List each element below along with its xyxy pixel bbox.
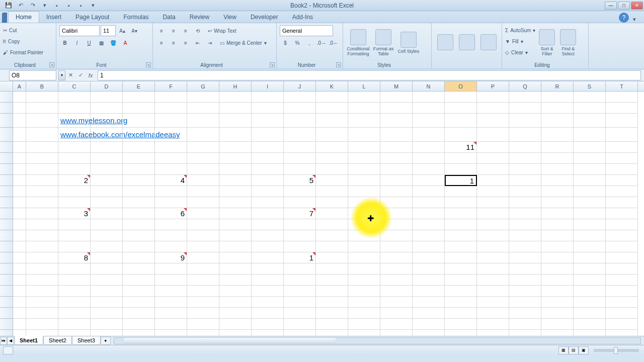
- orientation-button[interactable]: ⟲: [192, 25, 203, 36]
- close-button[interactable]: ✕: [631, 2, 643, 10]
- cell-O10[interactable]: [445, 197, 477, 208]
- cell-L3[interactable]: [348, 114, 380, 128]
- cell-P20[interactable]: [477, 308, 509, 319]
- cell-F9[interactable]: [155, 186, 187, 197]
- cell-A11[interactable]: [13, 208, 26, 219]
- cell-R5[interactable]: [541, 142, 574, 153]
- cell-F16[interactable]: [155, 263, 187, 275]
- cell-O22[interactable]: [445, 330, 477, 336]
- cell-P7[interactable]: [477, 164, 509, 175]
- cell-M1[interactable]: [380, 92, 413, 103]
- cell-L4[interactable]: [348, 128, 380, 142]
- cancel-icon[interactable]: ✕: [65, 70, 75, 80]
- cell-P16[interactable]: [477, 263, 509, 275]
- cell-O4[interactable]: [445, 128, 477, 142]
- cell-F3[interactable]: [155, 114, 187, 128]
- cell-M20[interactable]: [380, 308, 413, 319]
- cell-O3[interactable]: [445, 114, 477, 128]
- column-header-E[interactable]: E: [123, 81, 155, 91]
- row-header[interactable]: [0, 164, 13, 175]
- column-header-Q[interactable]: Q: [509, 81, 541, 91]
- tab-addins[interactable]: Add-Ins: [285, 12, 320, 23]
- cell-N7[interactable]: [413, 164, 445, 175]
- cell-O17[interactable]: [445, 275, 477, 286]
- cell-D12[interactable]: [91, 219, 123, 230]
- cell-L9[interactable]: [348, 186, 380, 197]
- cell-Q3[interactable]: [509, 114, 541, 128]
- bold-button[interactable]: B: [59, 37, 70, 48]
- cell-G14[interactable]: [187, 241, 219, 252]
- cell-I12[interactable]: [252, 219, 284, 230]
- cell-H9[interactable]: [219, 186, 252, 197]
- cell-R7[interactable]: [541, 164, 574, 175]
- cell-M6[interactable]: [380, 153, 413, 164]
- cell-K5[interactable]: [316, 142, 348, 153]
- cell-H21[interactable]: [219, 319, 252, 330]
- cell-D11[interactable]: [91, 208, 123, 219]
- cell-G13[interactable]: [187, 230, 219, 241]
- cell-L19[interactable]: [348, 297, 380, 308]
- clear-button[interactable]: ◇Clear▾: [505, 47, 535, 57]
- cell-Q8[interactable]: [509, 175, 541, 186]
- cell-S20[interactable]: [574, 308, 606, 319]
- office-button[interactable]: [2, 13, 7, 23]
- cell-J6[interactable]: [284, 153, 316, 164]
- cell-T17[interactable]: [606, 275, 638, 286]
- cell-A6[interactable]: [13, 153, 26, 164]
- cell-N4[interactable]: [413, 128, 445, 142]
- column-header-A[interactable]: A: [13, 81, 26, 91]
- cell-G12[interactable]: [187, 219, 219, 230]
- cell-T1[interactable]: [606, 92, 638, 103]
- cell-H2[interactable]: [219, 103, 252, 114]
- cell-S5[interactable]: [574, 142, 606, 153]
- cell-K22[interactable]: [316, 330, 348, 336]
- cell-K1[interactable]: [316, 92, 348, 103]
- cell-G15[interactable]: [187, 252, 219, 263]
- cell-K9[interactable]: [316, 186, 348, 197]
- cell-K2[interactable]: [316, 103, 348, 114]
- cell-O15[interactable]: [445, 252, 477, 263]
- row-header[interactable]: [0, 208, 13, 219]
- comma-button[interactable]: ,: [304, 37, 315, 48]
- cell-J17[interactable]: [284, 275, 316, 286]
- cell-Q10[interactable]: [509, 197, 541, 208]
- cell-A5[interactable]: [13, 142, 26, 153]
- cell-H4[interactable]: [219, 128, 252, 142]
- cell-T16[interactable]: [606, 263, 638, 275]
- cell-Q12[interactable]: [509, 219, 541, 230]
- cell-M21[interactable]: [380, 319, 413, 330]
- cell-I10[interactable]: [252, 197, 284, 208]
- cell-B5[interactable]: [26, 142, 58, 153]
- cell-C12[interactable]: [58, 219, 91, 230]
- cell-R15[interactable]: [541, 252, 574, 263]
- cell-K13[interactable]: [316, 230, 348, 241]
- qat-icon-1[interactable]: ▪: [52, 2, 61, 10]
- copy-button[interactable]: ⎘Copy: [3, 36, 53, 46]
- cell-E3[interactable]: [123, 114, 155, 128]
- cell-G7[interactable]: [187, 164, 219, 175]
- cell-N21[interactable]: [413, 319, 445, 330]
- cell-P1[interactable]: [477, 92, 509, 103]
- cell-T22[interactable]: [606, 330, 638, 336]
- cell-G22[interactable]: [187, 330, 219, 336]
- cell-J21[interactable]: [284, 319, 316, 330]
- tab-data[interactable]: Data: [155, 12, 182, 23]
- cell-R13[interactable]: [541, 230, 574, 241]
- percent-button[interactable]: %: [292, 37, 303, 48]
- cell-T21[interactable]: [606, 319, 638, 330]
- cell-P3[interactable]: [477, 114, 509, 128]
- cell-D20[interactable]: [91, 308, 123, 319]
- cell-F7[interactable]: [155, 164, 187, 175]
- cell-H14[interactable]: [219, 241, 252, 252]
- row-header[interactable]: [0, 142, 13, 153]
- cell-R17[interactable]: [541, 275, 574, 286]
- cell-T13[interactable]: [606, 230, 638, 241]
- cell-K15[interactable]: [316, 252, 348, 263]
- cell-Q9[interactable]: [509, 186, 541, 197]
- cell-S4[interactable]: [574, 128, 606, 142]
- cell-G20[interactable]: [187, 308, 219, 319]
- cell-M18[interactable]: [380, 286, 413, 297]
- row-header[interactable]: [0, 286, 13, 297]
- cell-E10[interactable]: [123, 197, 155, 208]
- cell-H16[interactable]: [219, 263, 252, 275]
